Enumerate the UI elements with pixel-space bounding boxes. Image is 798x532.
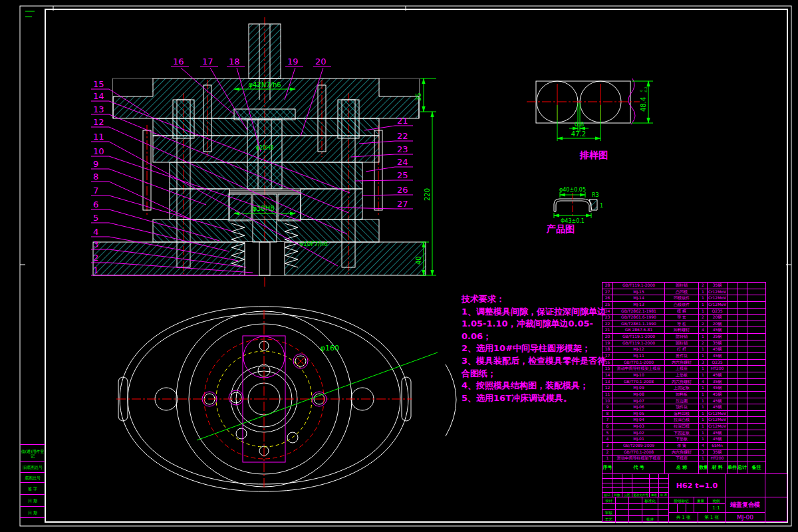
bom-row: 17MJ-11推件块145钢 (602, 353, 765, 360)
bom-cell: 2 (699, 321, 708, 327)
sign-design-name-cell (616, 497, 629, 504)
bom-cell: MJ-05 (613, 411, 665, 417)
bom-cell (747, 289, 765, 295)
bom-row: 7MJ-04拉深凸模1Cr12MoV (602, 417, 765, 424)
strip-layout-view: 0.8 47.2 48.4 0 -0.2 排样图 (527, 78, 653, 160)
bom-cell: 弹 簧 (665, 443, 699, 449)
bom-cell: 内六角螺钉 (665, 379, 699, 385)
bom-header-total-weight: 总计 (737, 462, 747, 473)
callout-number: 16 (173, 57, 184, 66)
bom-cell: 16 (602, 360, 613, 366)
callout-number: 2 (93, 253, 98, 263)
bom-cell: GB/T70.1-2000 (613, 360, 665, 366)
bom-cell (747, 424, 765, 430)
bom-cell (728, 327, 737, 333)
bom-cell: 18 (602, 346, 613, 352)
dim-bridge: 0.8 (575, 121, 585, 128)
bom-cell (737, 430, 747, 436)
bom-row: 3GB/T2089-2009弹 簧465Mn (602, 443, 765, 450)
bom-row: 4MJ-01下垫板145钢 (602, 436, 765, 443)
bom-cell: 1 (699, 411, 708, 417)
callout-number: 25 (397, 170, 408, 180)
bom-cell: 凸凹模 (665, 289, 699, 295)
left-margin-block-label: 旧底图总号 (20, 462, 45, 473)
callout-number: 12 (93, 117, 104, 127)
bom-cell: 35钢 (708, 334, 728, 340)
callout-number: 22 (397, 131, 408, 141)
bom-cell: 11 (602, 392, 613, 398)
bom-cell (747, 353, 765, 359)
bom-cell (747, 372, 765, 378)
bom-cell: 20钢 (708, 315, 728, 321)
bom-cell: 28 (602, 283, 613, 289)
sign-process-label: 工艺 (602, 516, 616, 523)
tech-requirement-line: 2、选用10#中间导柱圆形模架； (462, 342, 611, 355)
callout-number: 10 (93, 146, 104, 156)
bom-cell (737, 424, 747, 430)
bom-cell: 8 (602, 411, 613, 417)
bom-cell: GB/T70.1-2008 (613, 379, 665, 385)
bom-cell (737, 321, 747, 327)
bom-cell (737, 315, 747, 321)
bom-cell (747, 417, 765, 423)
bom-cell: 13 (602, 379, 613, 385)
dim-plate-dia: φ160 (321, 344, 339, 352)
bom-cell: 上模座 (665, 366, 699, 372)
bom-cell (737, 366, 747, 372)
bom-cell: 导 柱 (665, 321, 699, 327)
bom-row: 25MJ-13凸模镶件1Cr12MoV (602, 302, 765, 309)
bom-cell (728, 360, 737, 366)
bom-cell (728, 456, 737, 462)
bom-cell: 1 (699, 392, 708, 398)
bom-cell: MJ-13 (613, 302, 665, 308)
bom-cell: Cr12MoV (708, 417, 728, 423)
bom-cell: 2 (699, 340, 708, 346)
bom-cell: 14 (602, 372, 613, 378)
callout-number: 14 (93, 91, 104, 101)
bom-cell: 防转销 (665, 334, 699, 340)
tech-requirement-line: 4、按照模具结构图，装配模具； (462, 380, 611, 392)
bom-cell: 17 (602, 353, 613, 359)
sheet-total: 共 1 张 (669, 513, 698, 523)
bom-row: 24GB/T2862.1-1981模 柄1Q235 (602, 309, 765, 315)
revision-column-label: 签名 (650, 493, 659, 497)
material-mark: H62 t=1.0 (669, 474, 726, 497)
product-view: φ40±0.05 Φ43±0.1 R3 1 产品图 (546, 187, 603, 234)
bom-cell (747, 411, 765, 417)
sign-design-label: 设计 (602, 497, 616, 504)
bom-cell (747, 327, 765, 333)
bom-cell: 10 (602, 398, 613, 404)
bom-cell (737, 450, 747, 456)
bom-cell: GB/T119.1-2000 (613, 283, 665, 289)
bom-cell (737, 417, 747, 423)
bom-cell (728, 392, 737, 398)
revision-column-label: 分区 (622, 493, 632, 497)
bom-row: 21GB 2867.6-81卸料螺钉445钢 (602, 327, 765, 334)
bom-cell (747, 450, 765, 456)
bom-cell: 推件块 (665, 353, 699, 359)
bom-cell (728, 372, 737, 378)
callout-number: 27 (397, 199, 408, 209)
bom-cell: 20钢 (708, 321, 728, 327)
revision-column-label: 年 月 日 (659, 493, 669, 497)
dim-strip-width-tol-upper: 0 (639, 90, 643, 92)
bom-cell (747, 385, 765, 391)
bom-cell (747, 456, 765, 462)
bom-cell (728, 411, 737, 417)
bom-cell: 上垫板 (665, 372, 699, 378)
bom-cell: 2 (699, 283, 708, 289)
bom-header-qty: 数量 (699, 462, 708, 473)
bom-cell (747, 404, 765, 410)
bom-cell: 1 (699, 417, 708, 423)
callout-number: 11 (93, 132, 104, 142)
bom-cell (747, 360, 765, 366)
dim-shank-fit: φ42N7/h6 (248, 81, 281, 88)
bom-cell (747, 334, 765, 340)
callout-number: 24 (397, 157, 408, 167)
bom-cell: 4 (699, 379, 708, 385)
bom-cell: MJ-06 (613, 404, 665, 410)
bom-cell: GB/T2862.1-1981 (613, 309, 665, 315)
callout-number: 18 (229, 57, 240, 66)
bom-cell: 凸模镶件 (665, 302, 699, 308)
bom-cell: 5 (602, 430, 613, 436)
